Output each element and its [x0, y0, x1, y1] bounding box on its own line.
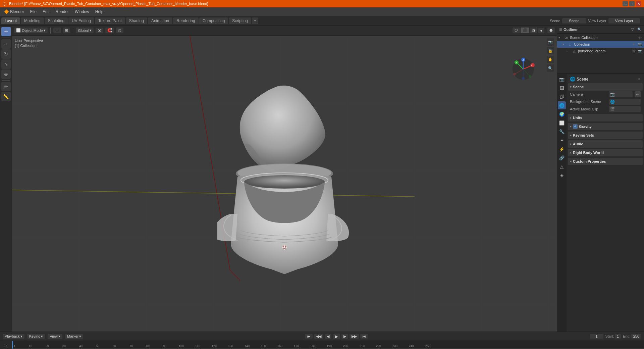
outliner-collection[interactable]: ▾ □ Collection 👁 📷 [557, 41, 644, 48]
next-keyframe-btn[interactable]: ▶▶ [350, 334, 359, 339]
current-frame-input[interactable]: 1 [590, 334, 603, 339]
tab-animation[interactable]: Animation [148, 17, 172, 24]
playback-menu[interactable]: Playback ▾ [3, 334, 24, 339]
jump-start-btn[interactable]: ⏮ [305, 334, 313, 339]
movie-clip-value[interactable]: 🎬 [609, 106, 641, 112]
collection-visibility-icon[interactable]: 👁 [631, 42, 637, 47]
rigid-body-header[interactable]: ▸ Rigid Body World [568, 149, 643, 156]
scene-selector[interactable]: Scene [562, 18, 586, 23]
outliner-object[interactable]: ▸ △ portioned_cream 👁 📷 [557, 48, 644, 54]
data-props-icon[interactable]: △ [558, 162, 566, 170]
jump-end-btn[interactable]: ⏭ [360, 334, 368, 339]
proportional-edit[interactable]: ◎ [116, 28, 123, 33]
camera-value[interactable]: 📷 [609, 91, 633, 97]
close-button[interactable]: ✕ [636, 1, 641, 6]
collection-render-icon[interactable]: 📷 [637, 42, 643, 47]
background-scene-value[interactable]: 🌐 [609, 99, 641, 105]
hand-icon[interactable]: ✋ [547, 56, 554, 63]
scene-collection-label: Scene Collection [570, 36, 636, 40]
timeline-ruler[interactable]: 1 10 20 30 40 50 60 70 80 90 100 110 120… [12, 341, 644, 349]
particles-props-icon[interactable]: ✦ [558, 136, 566, 144]
maximize-button[interactable]: □ [629, 1, 635, 6]
viewport-gizmo[interactable]: X Y Z [510, 56, 537, 83]
start-frame-input[interactable]: 1 [615, 334, 621, 339]
menu-render[interactable]: Render [53, 9, 71, 15]
audio-section-header[interactable]: ▸ Audio [568, 140, 643, 148]
tab-texture-paint[interactable]: Texture Paint [95, 17, 125, 24]
object-props-icon[interactable]: ⬜ [558, 119, 566, 127]
world-props-icon[interactable]: 🌍 [558, 110, 566, 118]
shading-sep [546, 28, 546, 34]
tab-sculpting[interactable]: Sculpting [45, 17, 68, 24]
gravity-checkbox[interactable]: ✓ [573, 124, 578, 129]
camera-edit-icon[interactable]: ✏ [635, 91, 641, 97]
looksdev-button[interactable]: ◑ [530, 28, 537, 33]
end-frame-input[interactable]: 250 [631, 334, 641, 339]
search-icon[interactable]: 🔍 [547, 64, 554, 72]
end-label: End: [623, 334, 631, 338]
xray-toggle[interactable]: ⬣ [547, 28, 555, 33]
minimize-button[interactable]: — [623, 1, 628, 6]
viewport-canvas[interactable]: User Perspective (1) Collection X Y [12, 36, 557, 332]
outliner-filter-icon[interactable]: ▽ [630, 27, 635, 32]
move-tool[interactable]: ↔ [1, 39, 11, 49]
outliner-scene-collection[interactable]: ▾ 🗂 Scene Collection 👁 [557, 34, 644, 41]
lock-icon[interactable]: 🔒 [547, 47, 554, 54]
snapping-toggle[interactable]: 🧲 [105, 28, 114, 33]
object-visibility-icon[interactable]: 👁 [631, 48, 637, 54]
menu-blender[interactable]: 🔶 Blender [1, 9, 27, 15]
viewport-shading-selector[interactable]: ⋯ [53, 28, 61, 33]
menu-help[interactable]: Help [93, 9, 106, 15]
physics-props-icon[interactable]: ⚡ [558, 145, 566, 153]
prev-frame-btn[interactable]: ◀ [325, 334, 331, 339]
annotate-tool[interactable]: ✏ [1, 82, 11, 91]
output-props-icon[interactable]: 🖼 [558, 84, 566, 92]
tab-layout[interactable]: Layout [1, 17, 20, 24]
prev-keyframe-btn[interactable]: ◀◀ [314, 334, 323, 339]
overlay-toggle[interactable]: ⊞ [63, 28, 70, 33]
cursor-tool[interactable]: ✛ [1, 27, 11, 36]
scene-section-header[interactable]: ▾ Scene [568, 83, 643, 91]
material-props-icon[interactable]: ◈ [558, 171, 566, 179]
outliner-search-icon[interactable]: 🔍 [637, 27, 642, 32]
keying-sets-header[interactable]: ▸ Keying Sets [568, 132, 643, 139]
object-mode-selector[interactable]: ⬜ Object Mode ▾ [14, 28, 48, 33]
tab-shading[interactable]: Shading [126, 17, 147, 24]
visibility-icon[interactable]: 👁 [637, 35, 643, 40]
custom-props-header[interactable]: ▸ Custom Properties [568, 158, 643, 165]
modifier-props-icon[interactable]: 🔧 [558, 128, 566, 136]
wireframe-button[interactable]: ⬡ [513, 28, 520, 33]
tab-uv-editing[interactable]: UV Editing [68, 17, 94, 24]
tab-compositing[interactable]: Compositing [199, 17, 228, 24]
menu-edit[interactable]: Edit [40, 9, 52, 15]
menu-file[interactable]: File [28, 9, 39, 15]
props-close-icon[interactable]: ✕ [638, 77, 641, 81]
tab-rendering[interactable]: Rendering [173, 17, 198, 24]
view-menu[interactable]: View ▾ [48, 334, 62, 339]
measure-tool[interactable]: 📏 [1, 92, 11, 101]
next-frame-btn[interactable]: ▶ [341, 334, 348, 339]
view-layer-props-icon[interactable]: 🗍 [558, 93, 566, 101]
play-btn[interactable]: ▶ [333, 334, 340, 339]
transform-tool[interactable]: ⊕ [1, 69, 11, 79]
camera-view-icon[interactable]: 📷 [547, 38, 554, 46]
marker-menu[interactable]: Marker ▾ [65, 334, 83, 339]
menu-window[interactable]: Window [72, 9, 92, 15]
transform-pivot[interactable]: ⦿ [96, 28, 103, 33]
constraints-props-icon[interactable]: 🔗 [558, 154, 566, 162]
rotate-tool[interactable]: ↻ [1, 49, 11, 59]
tab-modeling[interactable]: Modeling [21, 17, 44, 24]
view-layer-selector[interactable]: View Layer [608, 18, 640, 23]
scale-tool[interactable]: ⤡ [1, 59, 11, 69]
object-render-icon[interactable]: 📷 [637, 48, 643, 54]
render-props-icon[interactable]: 📷 [558, 75, 566, 83]
keying-menu[interactable]: Keying ▾ [27, 334, 45, 339]
transform-orientations[interactable]: Global ▾ [76, 28, 94, 33]
solid-button[interactable]: ⬛ [521, 28, 529, 33]
tab-scripting[interactable]: Scripting [229, 17, 251, 24]
render-button[interactable]: ● [538, 28, 544, 33]
gravity-section-header[interactable]: ▸ ✓ Gravity [568, 123, 643, 130]
scene-props-icon[interactable]: 🌐 [558, 101, 566, 109]
units-section-header[interactable]: ▸ Units [568, 114, 643, 121]
tab-add[interactable]: + [252, 17, 258, 24]
